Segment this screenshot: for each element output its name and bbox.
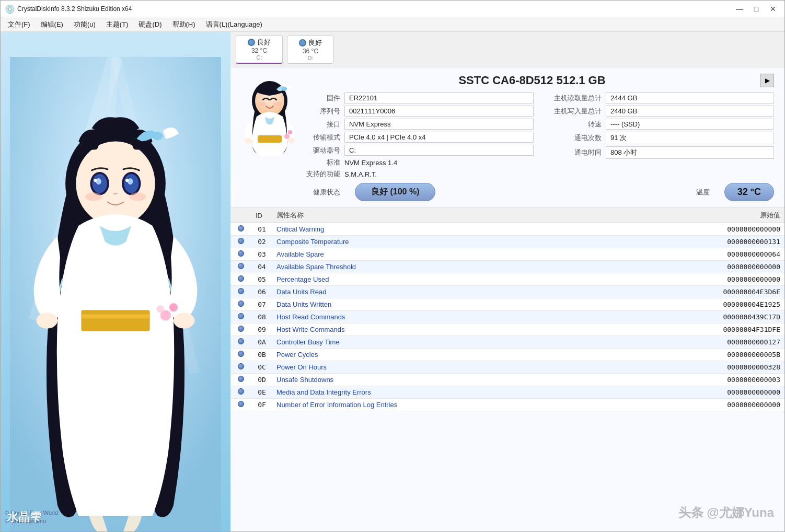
standard-label: 标准 xyxy=(304,158,340,167)
row-id: 05 xyxy=(251,273,272,286)
minimize-button[interactable]: — xyxy=(732,4,747,14)
row-dot-cell xyxy=(230,323,251,336)
table-row: 02Composite Temperature0000000000131 xyxy=(230,236,784,248)
row-id: 06 xyxy=(251,286,272,298)
standard-row: 标准 NVM Express 1.4 xyxy=(304,158,534,167)
row-attr-name: Host Read Commands xyxy=(272,311,612,323)
table-row: 0DUnsafe Shutdowns0000000000003 xyxy=(230,374,784,386)
col-header-dot xyxy=(230,208,251,223)
menu-disk[interactable]: 硬盘(D) xyxy=(133,18,167,31)
standard-value: NVM Express 1.4 xyxy=(344,159,397,167)
rotation-value: ---- (SSD) xyxy=(606,119,774,130)
rotation-label: 转速 xyxy=(544,120,602,129)
svg-point-28 xyxy=(282,87,287,91)
table-row: 0FNumber of Error Information Log Entrie… xyxy=(230,399,784,411)
status-dot xyxy=(238,363,244,369)
row-raw-value: 0000000000000 xyxy=(612,399,784,411)
firmware-row: 固件 ER22101 xyxy=(304,92,534,103)
row-dot-cell xyxy=(230,223,251,236)
drive-details-container: SSTC CA6-8D512 512.1 GB ▶ 固件 ER22101 xyxy=(304,74,774,201)
row-id: 09 xyxy=(251,323,272,336)
drive-row: 驱动器号 C: xyxy=(304,145,534,156)
col-header-name: 属性名称 xyxy=(272,208,612,223)
row-dot-cell xyxy=(230,374,251,386)
disk-tabs: 良好 32 °C C: 良好 36 °C D: xyxy=(230,32,784,67)
row-id: 0A xyxy=(251,336,272,349)
transfer-row: 传输模式 PCIe 4.0 x4 | PCIe 4.0 x4 xyxy=(304,132,534,143)
row-id: 03 xyxy=(251,248,272,261)
power-hours-row: 通电时间 808 小时 xyxy=(544,146,774,159)
table-row: 0BPower Cycles000000000005B xyxy=(230,349,784,361)
disk-c-drive: C: xyxy=(257,54,262,61)
window-title: CrystalDiskInfo 8.3.2 Shizuku Edition x6… xyxy=(17,5,732,13)
svg-point-13 xyxy=(125,179,129,182)
transfer-label: 传输模式 xyxy=(304,133,340,142)
row-raw-value: 0000000000328 xyxy=(612,361,784,374)
table-row: 0AController Busy Time0000000000127 xyxy=(230,336,784,349)
maximize-button[interactable]: □ xyxy=(749,4,764,14)
row-id: 0E xyxy=(251,386,272,399)
disk-c-temp: 32 °C xyxy=(251,47,267,54)
menu-bar: 文件(F) 编辑(E) 功能(u) 主题(T) 硬盘(D) 帮助(H) 语言(L… xyxy=(1,17,784,32)
status-dot xyxy=(238,275,244,282)
status-dot xyxy=(238,263,244,269)
status-dot xyxy=(238,238,244,244)
row-dot-cell xyxy=(230,286,251,298)
disk-title: SSTC CA6-8D512 512.1 GB xyxy=(304,74,760,87)
app-icon: 💿 xyxy=(5,4,14,14)
row-dot-cell xyxy=(230,361,251,374)
menu-theme[interactable]: 主题(T) xyxy=(101,18,134,31)
status-dot xyxy=(238,338,244,344)
table-row: 0EMedia and Data Integrity Errors0000000… xyxy=(230,386,784,399)
power-count-label: 通电次数 xyxy=(544,133,602,143)
row-attr-name: Data Units Written xyxy=(272,298,612,311)
disk-tab-d[interactable]: 良好 36 °C D: xyxy=(287,36,334,64)
features-row: 支持的功能 S.M.A.R.T. xyxy=(304,169,534,179)
row-raw-value: 0000000000000 xyxy=(612,261,784,273)
interface-value: NVM Express xyxy=(344,119,534,130)
menu-file[interactable]: 文件(F) xyxy=(3,18,36,31)
row-raw-value: 000000000005B xyxy=(612,349,784,361)
row-dot-cell xyxy=(230,386,251,399)
svg-point-27 xyxy=(273,102,282,106)
disk-d-drive: D: xyxy=(308,55,314,61)
svg-point-30 xyxy=(245,138,252,143)
row-attr-name: Controller Busy Time xyxy=(272,336,612,349)
rotation-row: 转速 ---- (SSD) xyxy=(544,119,774,130)
row-attr-name: Composite Temperature xyxy=(272,236,612,248)
col-header-id: ID xyxy=(251,208,272,223)
close-button[interactable]: ✕ xyxy=(766,4,780,14)
character-illustration xyxy=(1,57,230,531)
table-row: 03Available Spare0000000000064 xyxy=(230,248,784,261)
table-row: 09Host Write Commands00000004F31DFE xyxy=(230,323,784,336)
table-row: 04Available Spare Threshold0000000000000 xyxy=(230,261,784,273)
menu-function[interactable]: 功能(u) xyxy=(68,18,101,31)
disk-d-temp: 36 °C xyxy=(303,48,318,55)
row-raw-value: 0000000000000 xyxy=(612,223,784,236)
disk-info: SSTC CA6-8D512 512.1 GB ▶ 固件 ER22101 xyxy=(230,67,784,208)
app-window: 💿 CrystalDiskInfo 8.3.2 Shizuku Edition … xyxy=(0,0,785,532)
interface-label: 接口 xyxy=(304,120,340,129)
smart-table-container[interactable]: ID 属性名称 原始值 01Critical Warning0000000000… xyxy=(230,208,784,531)
status-dot xyxy=(238,250,244,257)
menu-edit[interactable]: 编辑(E) xyxy=(36,18,68,31)
svg-point-19 xyxy=(37,313,57,328)
row-dot-cell xyxy=(230,336,251,349)
svg-point-16 xyxy=(153,132,163,140)
serial-label: 序列号 xyxy=(304,107,340,116)
disk-tab-c[interactable]: 良好 32 °C C: xyxy=(236,35,283,64)
firmware-label: 固件 xyxy=(304,94,340,103)
table-row: 07Data Units Written000000004E1925 xyxy=(230,298,784,311)
status-dot xyxy=(238,351,244,357)
row-attr-name: Data Units Read xyxy=(272,286,612,298)
smart-table-body: 01Critical Warning000000000000002Composi… xyxy=(230,223,784,411)
menu-language[interactable]: 语言(L)(Language) xyxy=(201,18,268,31)
row-id: 04 xyxy=(251,261,272,273)
status-dot xyxy=(238,225,244,232)
host-writes-row: 主机写入量总计 2440 GB xyxy=(544,106,774,117)
menu-help[interactable]: 帮助(H) xyxy=(167,18,201,31)
row-attr-name: Media and Data Integrity Errors xyxy=(272,386,612,399)
power-count-row: 通电次数 91 次 xyxy=(544,132,774,144)
host-writes-label: 主机写入量总计 xyxy=(544,107,602,116)
play-button[interactable]: ▶ xyxy=(760,74,774,87)
